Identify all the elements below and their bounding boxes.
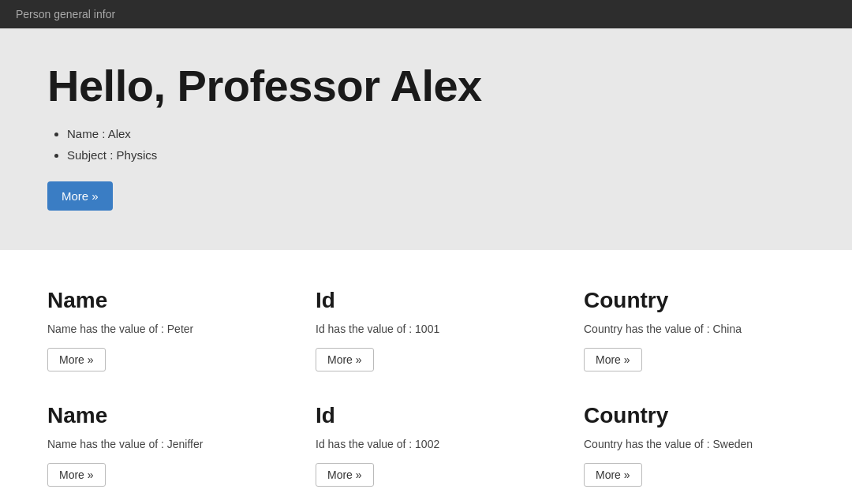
hero-list-item-subject: Subject : Physics [67, 148, 805, 162]
card-desc: Country has the value of : China [584, 323, 805, 335]
hero-list: Name : Alex Subject : Physics [47, 127, 805, 162]
divider [0, 250, 852, 264]
card-row2-col1: Name Name has the value of : Jeniffer Mo… [47, 403, 268, 487]
hero-section: Hello, Professor Alex Name : Alex Subjec… [0, 28, 852, 250]
hero-more-button[interactable]: More » [47, 181, 113, 211]
cards-grid: Name Name has the value of : Peter More … [47, 288, 805, 487]
card-row2-col3: Country Country has the value of : Swede… [584, 403, 805, 487]
card-desc: Id has the value of : 1002 [316, 438, 536, 450]
card-more-button[interactable]: More » [584, 463, 642, 487]
card-row1-col2: Id Id has the value of : 1001 More » [316, 288, 536, 371]
card-title: Country [584, 403, 805, 428]
card-desc: Id has the value of : 1001 [316, 323, 536, 335]
card-row2-col2: Id Id has the value of : 1002 More » [316, 403, 536, 487]
topbar-title: Person general infor [16, 8, 115, 21]
topbar: Person general infor [0, 0, 852, 28]
card-desc: Name has the value of : Jeniffer [47, 438, 268, 450]
cards-section: Name Name has the value of : Peter More … [0, 264, 852, 504]
card-more-button[interactable]: More » [47, 463, 106, 487]
card-title: Name [47, 288, 268, 313]
hero-heading: Hello, Professor Alex [47, 60, 805, 111]
card-desc: Country has the value of : Sweden [584, 438, 805, 450]
card-title: Id [316, 288, 536, 313]
card-title: Country [584, 288, 805, 313]
hero-list-item-name: Name : Alex [67, 127, 805, 140]
card-row1-col1: Name Name has the value of : Peter More … [47, 288, 268, 371]
card-title: Name [47, 403, 268, 428]
card-more-button[interactable]: More » [316, 463, 374, 487]
card-more-button[interactable]: More » [47, 348, 106, 371]
card-row1-col3: Country Country has the value of : China… [584, 288, 805, 371]
card-more-button[interactable]: More » [316, 348, 374, 371]
card-title: Id [316, 403, 536, 428]
card-desc: Name has the value of : Peter [47, 323, 268, 335]
card-more-button[interactable]: More » [584, 348, 642, 371]
